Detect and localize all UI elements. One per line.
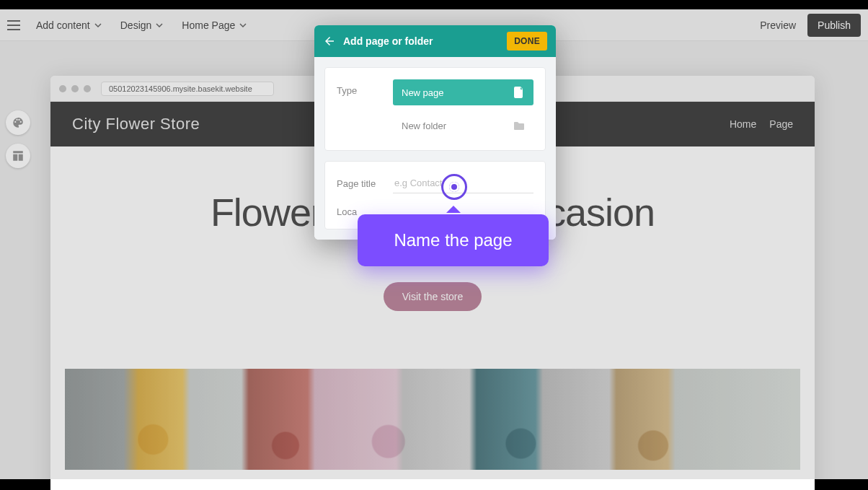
publish-button[interactable]: Publish [807, 14, 861, 37]
add-page-modal: Add page or folder DONE Type New page [314, 25, 556, 240]
option-new-page[interactable]: New page [393, 79, 533, 105]
arrow-left-icon [323, 35, 336, 48]
add-content-menu[interactable]: Add content [36, 19, 102, 31]
option-new-page-label: New page [402, 87, 444, 98]
side-tool-rail [6, 110, 30, 168]
nav-links: Home Page [730, 118, 793, 130]
page-icon [513, 87, 525, 98]
layout-icon [12, 149, 25, 162]
add-content-label: Add content [36, 19, 90, 31]
page-selector[interactable]: Home Page [182, 19, 247, 31]
url-display: 05012023145906.mysite.basekit.website [101, 82, 274, 96]
site-title: City Flower Store [72, 115, 200, 134]
design-menu[interactable]: Design [120, 19, 164, 31]
done-button[interactable]: DONE [507, 32, 547, 51]
page-title-label: Page title [337, 178, 393, 189]
modal-header: Add page or folder DONE [314, 25, 556, 57]
nav-link-page[interactable]: Page [769, 118, 793, 130]
layout-button[interactable] [6, 144, 30, 168]
back-button[interactable] [323, 35, 336, 48]
page-title-input[interactable] [393, 173, 533, 193]
design-label: Design [120, 19, 152, 31]
menu-icon[interactable] [7, 20, 20, 30]
theme-palette-button[interactable] [6, 110, 30, 135]
chevron-down-icon [94, 23, 102, 27]
type-label: Type [337, 79, 393, 96]
modal-title: Add page or folder [343, 35, 507, 47]
option-new-folder[interactable]: New folder [393, 113, 533, 139]
callout-text: Name the page [394, 230, 512, 250]
hero-image [65, 369, 800, 470]
palette-icon [12, 116, 25, 129]
page-selector-label: Home Page [182, 19, 235, 31]
type-card: Type New page New folder [324, 67, 546, 151]
option-new-folder-label: New folder [402, 121, 446, 131]
chevron-down-icon [156, 23, 163, 27]
window-dots [59, 85, 91, 92]
preview-button[interactable]: Preview [760, 19, 796, 31]
chevron-down-icon [239, 23, 247, 27]
tutorial-callout: Name the page [358, 214, 549, 266]
folder-icon [513, 121, 525, 131]
modal-body: Type New page New folder [314, 57, 556, 240]
nav-link-home[interactable]: Home [730, 118, 756, 130]
visit-store-button[interactable]: Visit the store [384, 282, 482, 311]
